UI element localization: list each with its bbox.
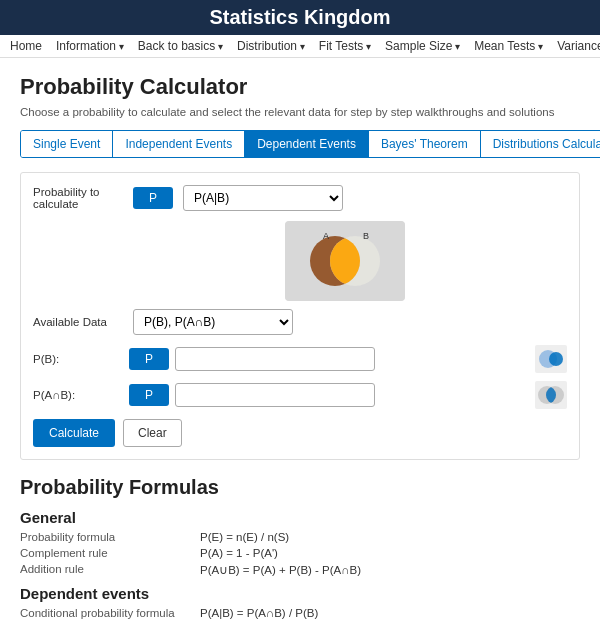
- calculator-panel: Probability to calculate P P(A|B) P(B|A)…: [20, 172, 580, 460]
- nav-fit-tests[interactable]: Fit Tests: [319, 39, 371, 53]
- svg-text:A: A: [323, 231, 329, 241]
- formula-expr-addition: P(A∪B) = P(A) + P(B) - P(A∩B): [200, 563, 361, 577]
- available-data-dropdown[interactable]: P(B), P(A∩B) P(A), P(A∩B): [133, 309, 293, 335]
- panb-venn-icon: [535, 381, 567, 409]
- pb-input[interactable]: [175, 347, 375, 371]
- category-dependent: Dependent events: [20, 585, 580, 602]
- svg-point-9: [549, 352, 563, 366]
- formula-expr-complement: P(A) = 1 - P(A'): [200, 547, 278, 559]
- tab-bayes-theorem[interactable]: Bayes' Theorem: [369, 131, 481, 157]
- available-data-row: Available Data P(B), P(A∩B) P(A), P(A∩B): [33, 309, 567, 335]
- pb-button[interactable]: P: [129, 348, 169, 370]
- formula-expr-probability: P(E) = n(E) / n(S): [200, 531, 289, 543]
- prob-dropdown[interactable]: P(A|B) P(B|A) P(A∩B): [183, 185, 343, 211]
- nav-variance-tests[interactable]: Variance Tests: [557, 39, 600, 53]
- formula-row-addition: Addition rule P(A∪B) = P(A) + P(B) - P(A…: [20, 563, 580, 577]
- category-general: General: [20, 509, 580, 526]
- site-header: Statistics Kingdom: [0, 0, 600, 35]
- formula-name-probability: Probability formula: [20, 531, 190, 543]
- nav-mean-tests[interactable]: Mean Tests: [474, 39, 543, 53]
- prob-to-calc-label: Probability to calculate: [33, 186, 123, 210]
- nav-distribution[interactable]: Distribution: [237, 39, 305, 53]
- tab-dependent-events[interactable]: Dependent Events: [245, 131, 369, 157]
- formula-row-conditional: Conditional probability formula P(A|B) =…: [20, 607, 580, 619]
- venn-diagram: A B: [285, 221, 405, 301]
- action-buttons: Calculate Clear: [33, 419, 567, 447]
- formulas-title: Probability Formulas: [20, 476, 580, 499]
- tab-independent-events[interactable]: Independent Events: [113, 131, 245, 157]
- site-title: Statistics Kingdom: [209, 6, 390, 28]
- calculate-button[interactable]: Calculate: [33, 419, 115, 447]
- panb-row: P(A∩B): P: [33, 381, 567, 409]
- svg-text:B: B: [363, 231, 369, 241]
- nav-information[interactable]: Information: [56, 39, 124, 53]
- available-data-label: Available Data: [33, 316, 123, 328]
- nav-sample-size[interactable]: Sample Size: [385, 39, 460, 53]
- formula-name-complement: Complement rule: [20, 547, 190, 559]
- formula-expr-conditional: P(A|B) = P(A∩B) / P(B): [200, 607, 318, 619]
- formulas-section: Probability Formulas General Probability…: [20, 476, 580, 622]
- clear-button[interactable]: Clear: [123, 419, 182, 447]
- page-title: Probability Calculator: [20, 74, 580, 100]
- pb-row: P(B): P: [33, 345, 567, 373]
- main-content: Probability Calculator Choose a probabil…: [0, 58, 600, 622]
- page-subtitle: Choose a probability to calculate and se…: [20, 106, 580, 118]
- nav-home[interactable]: Home: [10, 39, 42, 53]
- formula-name-conditional: Conditional probability formula: [20, 607, 190, 619]
- navigation: Home Information Back to basics Distribu…: [0, 35, 600, 58]
- prob-button[interactable]: P: [133, 187, 173, 209]
- tab-single-event[interactable]: Single Event: [21, 131, 113, 157]
- formula-row-complement: Complement rule P(A) = 1 - P(A'): [20, 547, 580, 559]
- pb-label: P(B):: [33, 353, 123, 365]
- formula-row-probability: Probability formula P(E) = n(E) / n(S): [20, 531, 580, 543]
- tab-distributions-calculator[interactable]: Distributions Calculator: [481, 131, 600, 157]
- panb-button[interactable]: P: [129, 384, 169, 406]
- formula-name-addition: Addition rule: [20, 563, 190, 577]
- panb-label: P(A∩B):: [33, 389, 123, 401]
- tab-bar: Single Event Independent Events Dependen…: [20, 130, 600, 158]
- panb-input[interactable]: [175, 383, 375, 407]
- venn-diagram-container: A B: [123, 221, 567, 301]
- prob-to-calc-row: Probability to calculate P P(A|B) P(B|A)…: [33, 185, 567, 211]
- nav-back-to-basics[interactable]: Back to basics: [138, 39, 223, 53]
- pb-venn-icon: [535, 345, 567, 373]
